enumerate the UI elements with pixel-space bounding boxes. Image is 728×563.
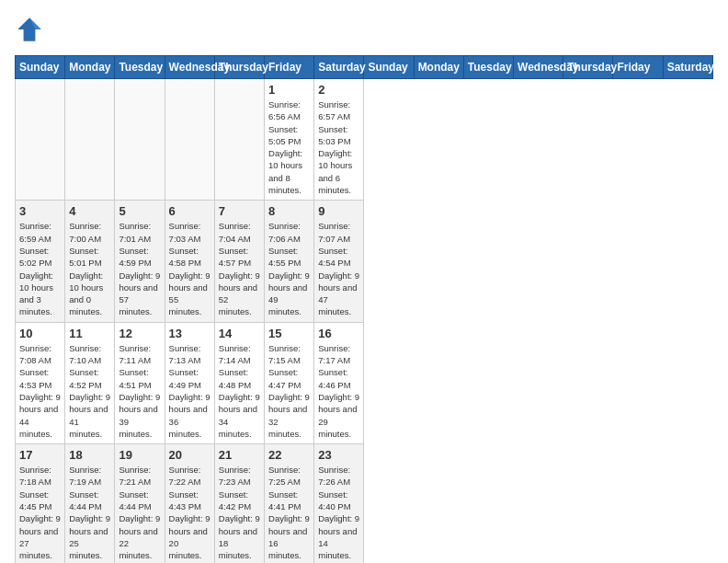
day-info: Sunrise: 7:21 AM Sunset: 4:44 PM Dayligh… bbox=[119, 464, 160, 561]
calendar-cell: 18Sunrise: 7:19 AM Sunset: 4:44 PM Dayli… bbox=[65, 444, 115, 563]
day-number: 17 bbox=[19, 448, 61, 462]
calendar-cell: 16Sunrise: 7:17 AM Sunset: 4:46 PM Dayli… bbox=[314, 322, 364, 443]
day-number: 7 bbox=[219, 204, 260, 218]
day-info: Sunrise: 7:00 AM Sunset: 5:01 PM Dayligh… bbox=[69, 220, 110, 317]
day-info: Sunrise: 7:26 AM Sunset: 4:40 PM Dayligh… bbox=[318, 464, 359, 561]
day-info: Sunrise: 7:17 AM Sunset: 4:46 PM Dayligh… bbox=[318, 342, 359, 440]
calendar-cell: 7Sunrise: 7:04 AM Sunset: 4:57 PM Daylig… bbox=[214, 201, 264, 322]
calendar-cell: 4Sunrise: 7:00 AM Sunset: 5:01 PM Daylig… bbox=[65, 201, 115, 322]
calendar-week-row: 1Sunrise: 6:56 AM Sunset: 5:05 PM Daylig… bbox=[16, 79, 713, 201]
day-number: 16 bbox=[318, 327, 359, 340]
calendar-cell: 14Sunrise: 7:14 AM Sunset: 4:48 PM Dayli… bbox=[214, 322, 264, 443]
weekday-header-wednesday: Wednesday bbox=[165, 56, 214, 79]
day-number: 8 bbox=[268, 204, 310, 218]
day-info: Sunrise: 7:25 AM Sunset: 4:41 PM Dayligh… bbox=[268, 464, 310, 561]
calendar-cell: 3Sunrise: 6:59 AM Sunset: 5:02 PM Daylig… bbox=[16, 201, 65, 322]
calendar-cell: 15Sunrise: 7:15 AM Sunset: 4:47 PM Dayli… bbox=[265, 322, 314, 443]
day-number: 20 bbox=[169, 448, 210, 462]
day-number: 4 bbox=[69, 204, 110, 218]
calendar-cell: 12Sunrise: 7:11 AM Sunset: 4:51 PM Dayli… bbox=[115, 322, 165, 443]
day-info: Sunrise: 6:57 AM Sunset: 5:03 PM Dayligh… bbox=[318, 98, 359, 196]
weekday-header-thursday: Thursday bbox=[214, 56, 264, 79]
calendar-cell: 13Sunrise: 7:13 AM Sunset: 4:49 PM Dayli… bbox=[165, 322, 214, 443]
calendar-cell: 21Sunrise: 7:23 AM Sunset: 4:42 PM Dayli… bbox=[214, 444, 264, 563]
logo bbox=[15, 15, 48, 44]
day-number: 23 bbox=[318, 448, 359, 462]
day-number: 10 bbox=[19, 327, 61, 340]
calendar-cell: 10Sunrise: 7:08 AM Sunset: 4:53 PM Dayli… bbox=[16, 322, 65, 443]
weekday-header-saturday: Saturday bbox=[663, 56, 712, 79]
calendar-cell bbox=[16, 79, 65, 201]
day-info: Sunrise: 7:22 AM Sunset: 4:43 PM Dayligh… bbox=[169, 464, 210, 561]
calendar-week-row: 17Sunrise: 7:18 AM Sunset: 4:45 PM Dayli… bbox=[16, 444, 713, 563]
calendar-cell: 19Sunrise: 7:21 AM Sunset: 4:44 PM Dayli… bbox=[115, 444, 165, 563]
calendar-cell: 2Sunrise: 6:57 AM Sunset: 5:03 PM Daylig… bbox=[314, 79, 364, 201]
day-info: Sunrise: 7:11 AM Sunset: 4:51 PM Dayligh… bbox=[119, 342, 160, 440]
calendar-cell bbox=[65, 79, 115, 201]
calendar-cell: 6Sunrise: 7:03 AM Sunset: 4:58 PM Daylig… bbox=[165, 201, 214, 322]
calendar-week-row: 10Sunrise: 7:08 AM Sunset: 4:53 PM Dayli… bbox=[16, 322, 713, 443]
calendar-cell: 23Sunrise: 7:26 AM Sunset: 4:40 PM Dayli… bbox=[314, 444, 364, 563]
day-number: 2 bbox=[318, 83, 359, 97]
day-info: Sunrise: 7:10 AM Sunset: 4:52 PM Dayligh… bbox=[69, 342, 110, 440]
weekday-header-friday: Friday bbox=[265, 56, 314, 79]
weekday-header-tuesday: Tuesday bbox=[115, 56, 165, 79]
weekday-header-friday: Friday bbox=[613, 56, 663, 79]
day-number: 22 bbox=[268, 448, 310, 462]
weekday-header-wednesday: Wednesday bbox=[514, 56, 563, 79]
calendar-cell: 8Sunrise: 7:06 AM Sunset: 4:55 PM Daylig… bbox=[265, 201, 314, 322]
calendar-cell: 11Sunrise: 7:10 AM Sunset: 4:52 PM Dayli… bbox=[65, 322, 115, 443]
day-info: Sunrise: 7:04 AM Sunset: 4:57 PM Dayligh… bbox=[219, 220, 260, 317]
weekday-header-saturday: Saturday bbox=[314, 56, 364, 79]
day-number: 15 bbox=[268, 327, 310, 340]
calendar-cell bbox=[115, 79, 165, 201]
day-info: Sunrise: 7:01 AM Sunset: 4:59 PM Dayligh… bbox=[119, 220, 160, 317]
day-number: 21 bbox=[219, 448, 260, 462]
day-info: Sunrise: 7:03 AM Sunset: 4:58 PM Dayligh… bbox=[169, 220, 210, 317]
day-info: Sunrise: 7:07 AM Sunset: 4:54 PM Dayligh… bbox=[318, 220, 359, 317]
day-info: Sunrise: 7:08 AM Sunset: 4:53 PM Dayligh… bbox=[19, 342, 61, 440]
weekday-header-monday: Monday bbox=[414, 56, 463, 79]
logo-icon bbox=[15, 15, 44, 44]
day-info: Sunrise: 7:19 AM Sunset: 4:44 PM Dayligh… bbox=[69, 464, 110, 561]
day-number: 18 bbox=[69, 448, 110, 462]
header bbox=[15, 15, 713, 44]
weekday-header-tuesday: Tuesday bbox=[463, 56, 513, 79]
day-number: 1 bbox=[268, 83, 310, 97]
day-info: Sunrise: 6:59 AM Sunset: 5:02 PM Dayligh… bbox=[19, 220, 61, 317]
day-number: 14 bbox=[219, 327, 260, 340]
day-number: 9 bbox=[318, 204, 359, 218]
day-number: 5 bbox=[119, 204, 160, 218]
day-info: Sunrise: 7:15 AM Sunset: 4:47 PM Dayligh… bbox=[268, 342, 310, 440]
day-number: 6 bbox=[169, 204, 210, 218]
calendar-cell: 9Sunrise: 7:07 AM Sunset: 4:54 PM Daylig… bbox=[314, 201, 364, 322]
day-number: 12 bbox=[119, 327, 160, 340]
weekday-header-thursday: Thursday bbox=[563, 56, 613, 79]
calendar-cell: 5Sunrise: 7:01 AM Sunset: 4:59 PM Daylig… bbox=[115, 201, 165, 322]
day-info: Sunrise: 6:56 AM Sunset: 5:05 PM Dayligh… bbox=[268, 98, 310, 196]
weekday-header-monday: Monday bbox=[65, 56, 115, 79]
day-info: Sunrise: 7:18 AM Sunset: 4:45 PM Dayligh… bbox=[19, 464, 61, 561]
calendar-cell: 20Sunrise: 7:22 AM Sunset: 4:43 PM Dayli… bbox=[165, 444, 214, 563]
day-number: 3 bbox=[19, 204, 61, 218]
day-number: 11 bbox=[69, 327, 110, 340]
weekday-header-sunday: Sunday bbox=[16, 56, 65, 79]
calendar-header-row: SundayMondayTuesdayWednesdayThursdayFrid… bbox=[16, 56, 713, 79]
day-info: Sunrise: 7:13 AM Sunset: 4:49 PM Dayligh… bbox=[169, 342, 210, 440]
calendar-cell: 22Sunrise: 7:25 AM Sunset: 4:41 PM Dayli… bbox=[265, 444, 314, 563]
day-info: Sunrise: 7:14 AM Sunset: 4:48 PM Dayligh… bbox=[219, 342, 260, 440]
weekday-header-sunday: Sunday bbox=[364, 56, 414, 79]
day-number: 19 bbox=[119, 448, 160, 462]
day-info: Sunrise: 7:23 AM Sunset: 4:42 PM Dayligh… bbox=[219, 464, 260, 561]
day-number: 13 bbox=[169, 327, 210, 340]
calendar-cell bbox=[214, 79, 264, 201]
calendar-cell bbox=[165, 79, 214, 201]
calendar-table: SundayMondayTuesdayWednesdayThursdayFrid… bbox=[15, 55, 713, 563]
calendar-week-row: 3Sunrise: 6:59 AM Sunset: 5:02 PM Daylig… bbox=[16, 201, 713, 322]
calendar-cell: 17Sunrise: 7:18 AM Sunset: 4:45 PM Dayli… bbox=[16, 444, 65, 563]
day-info: Sunrise: 7:06 AM Sunset: 4:55 PM Dayligh… bbox=[268, 220, 310, 317]
calendar-cell: 1Sunrise: 6:56 AM Sunset: 5:05 PM Daylig… bbox=[265, 79, 314, 201]
